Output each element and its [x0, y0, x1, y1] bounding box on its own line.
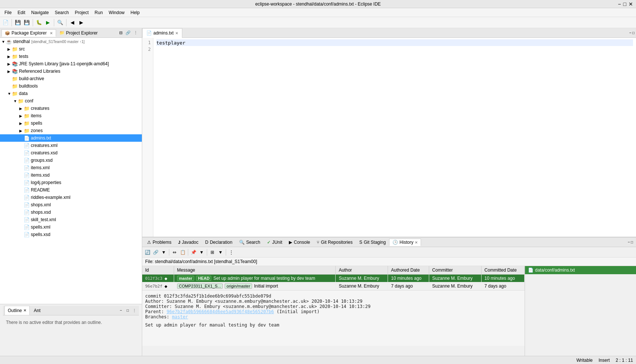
editor-minimize[interactable]: − [629, 31, 632, 35]
tab-package-explorer[interactable]: 📦 Package Explorer ✕ [1, 29, 56, 37]
tab-admins-txt[interactable]: 📄 admins.txt ✕ [142, 28, 182, 38]
tree-item-data[interactable]: ▼ 📁 data [0, 90, 142, 97]
hist-btn-4[interactable]: ▼ [198, 249, 205, 256]
tree-item-riddles[interactable]: 📄 riddles-example.xml [0, 194, 142, 201]
tree-item-skill-test[interactable]: 📄 skill_test.xml [0, 216, 142, 223]
forward-button[interactable]: ▶ [77, 19, 85, 27]
tab-outline[interactable]: Outline ✕ [4, 306, 30, 315]
tab-project-explorer[interactable]: 📁 Project Explorer [56, 29, 101, 37]
commit-committer: Suzanne M. Embury [429, 282, 482, 290]
bottom-minimize[interactable]: − [628, 240, 630, 244]
outline-maximize[interactable]: □ [125, 308, 131, 314]
code-editor[interactable]: testplayer [153, 38, 636, 237]
tree-item-items-folder[interactable]: ▶ 📁 items [0, 112, 142, 119]
menu-item-navigate[interactable]: Navigate [28, 9, 52, 16]
menu-item-edit[interactable]: Edit [14, 9, 28, 16]
editor-maximize[interactable]: □ [632, 31, 635, 35]
tab-console[interactable]: ▶ Console [286, 239, 313, 246]
hist-menu-btn[interactable]: ⋮ [228, 249, 235, 256]
tree-item-shops-xsd[interactable]: 📄 shops.xsd [0, 209, 142, 216]
link-with-editor-btn[interactable]: 🔗 [152, 249, 159, 256]
tree-item-items-xml[interactable]: 📄 items.xml [0, 164, 142, 171]
hist-btn-3[interactable]: 📌 [190, 249, 197, 256]
expand-arrow: ▶ [19, 114, 24, 118]
close-button[interactable]: ✕ [629, 1, 633, 7]
folder-icon: 📁 [12, 76, 18, 82]
menu-item-project[interactable]: Project [72, 9, 91, 16]
tree-item-build-archive[interactable]: 📁 build-archive [0, 75, 142, 82]
bottom-maximize[interactable]: □ [631, 240, 633, 244]
tree-item-creatures-xml[interactable]: 📄 creatures.xml [0, 142, 142, 149]
save-all-button[interactable]: 💾 [23, 19, 31, 27]
editor-content[interactable]: 1 2 testplayer [142, 38, 636, 237]
tree-item-stendhal[interactable]: ▼ ☕ stendhal [stendhal_S1Team00 master ↑… [0, 38, 142, 45]
tree-label: admins.txt [31, 135, 51, 141]
tab-ant[interactable]: Ant [30, 306, 44, 315]
tree-item-referenced-libraries[interactable]: ▶ 📚 Referenced Libraries [0, 68, 142, 75]
table-row[interactable]: 012f3c3 ◆ master HEAD Set up admin playe… [142, 275, 525, 282]
branches-text: Branches: [145, 314, 172, 319]
link-with-editor-button[interactable]: 🔗 [125, 30, 131, 36]
tab-declaration[interactable]: D Declaration [202, 239, 236, 246]
tree-item-spells-xml[interactable]: 📄 spells.xml [0, 223, 142, 231]
tree-item-tests[interactable]: ▶ 📁 tests [0, 53, 142, 60]
tree-item-zones-folder[interactable]: ▶ 📁 zones [0, 127, 142, 134]
hist-btn-5[interactable]: ⊞ [209, 249, 216, 256]
tree-item-spells-folder[interactable]: ▶ 📁 spells [0, 119, 142, 127]
tab-git-staging[interactable]: S Git Staging [356, 239, 389, 246]
tree-item-creatures-folder[interactable]: ▶ 📁 creatures [0, 105, 142, 112]
back-button[interactable]: ◀ [68, 19, 76, 27]
branches-link[interactable]: master [172, 314, 188, 319]
debug-button[interactable]: 🐛 [35, 19, 43, 27]
menu-item-file[interactable]: File [1, 9, 14, 16]
menu-item-run[interactable]: Run [92, 9, 106, 16]
hist-btn-2[interactable]: 📋 [179, 249, 186, 256]
parent-hash-link[interactable]: 96e7b2fa0b59666684d6ee5ad936f48e565207b6 [167, 309, 274, 314]
library-icon: 📚 [12, 69, 18, 74]
tab-javadoc[interactable]: J Javadoc [175, 239, 202, 246]
minimize-button[interactable]: − [618, 1, 621, 7]
tree-item-creatures-xsd[interactable]: 📄 creatures.xsd [0, 149, 142, 157]
file-icon: 📄 [24, 187, 30, 193]
tree-item-items-xsd[interactable]: 📄 items.xsd [0, 171, 142, 179]
menu-item-search[interactable]: Search [52, 9, 72, 16]
maximize-button[interactable]: □ [623, 1, 626, 7]
tree-item-jre[interactable]: ▶ 📚 JRE System Library [java-11-openjdk-… [0, 60, 142, 68]
menu-item-window[interactable]: Window [106, 9, 128, 16]
save-button[interactable]: 💾 [14, 19, 22, 27]
table-row[interactable]: 96e7b2f ◆ COMP23311_EX1_S... origin/mast… [142, 282, 525, 290]
explorer-menu-button[interactable]: ⋮ [132, 30, 139, 36]
compare-button[interactable]: ⇔ [171, 249, 178, 256]
tree-item-src[interactable]: ▶ 📁 src [0, 45, 142, 53]
history-close[interactable]: ✕ [415, 240, 418, 245]
tab-junit[interactable]: ✓ JUnit [264, 239, 286, 246]
tree-item-buildtools[interactable]: 📁 buildtools [0, 82, 142, 90]
outline-menu[interactable]: ⋮ [131, 308, 137, 314]
outline-minimize[interactable]: − [118, 308, 124, 314]
new-button[interactable]: 📄 [1, 19, 10, 27]
package-explorer-close[interactable]: ✕ [50, 31, 53, 35]
tree-item-spells-xsd[interactable]: 📄 spells.xsd [0, 231, 142, 238]
tree-item-groups-xsd[interactable]: 📄 groups.xsd [0, 157, 142, 164]
tree-item-shops-xml[interactable]: 📄 shops.xml [0, 201, 142, 209]
filter-button[interactable]: ▼ [160, 249, 167, 256]
editor-tab-close[interactable]: ✕ [175, 31, 178, 35]
tab-search[interactable]: 🔍 Search [236, 239, 264, 246]
tab-git-repositories[interactable]: ⑂ Git Repositories [313, 239, 356, 246]
tab-problems[interactable]: ⚠ Problems [144, 239, 175, 246]
menu-item-help[interactable]: Help [128, 9, 143, 16]
tree-item-readme[interactable]: 📄 README [0, 186, 142, 194]
refresh-button[interactable]: 🔄 [144, 249, 151, 256]
hist-btn-6[interactable]: ▼ [217, 249, 224, 256]
tree-item-conf[interactable]: ▼ 📁 conf [0, 97, 142, 105]
tab-history[interactable]: 🕒 History ✕ [389, 239, 421, 246]
project-icon: ☕ [6, 39, 12, 45]
run-button[interactable]: ▶ [44, 19, 52, 27]
history-file-detail: 📄 data/conf/admins.txt [525, 266, 636, 356]
collapse-all-button[interactable]: ⊟ [117, 30, 124, 36]
search-toolbar-button[interactable]: 🔍 [56, 19, 64, 27]
tree-item-log4j[interactable]: 📄 log4j.properties [0, 179, 142, 186]
editor-area: 1 2 testplayer [142, 38, 636, 237]
outline-close[interactable]: ✕ [23, 308, 26, 312]
tree-item-admins-txt[interactable]: 📄 admins.txt [0, 134, 142, 142]
